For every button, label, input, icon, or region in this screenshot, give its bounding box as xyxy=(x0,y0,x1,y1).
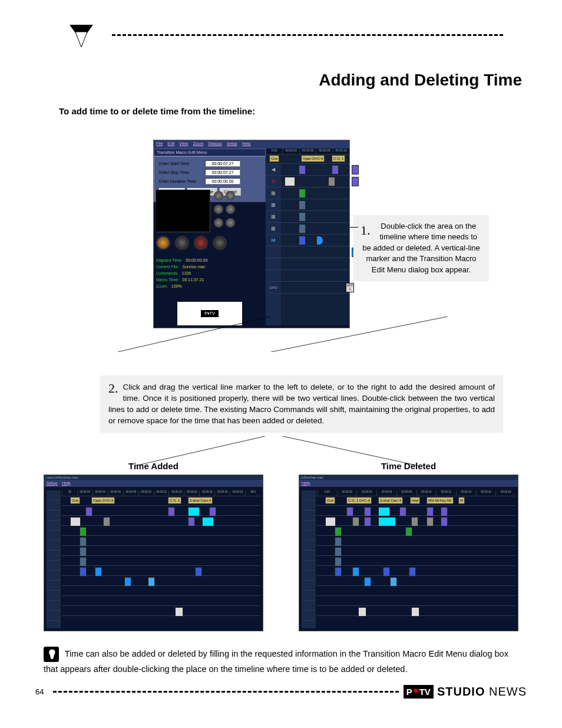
timeline-area[interactable]: 0:02 00:03:04 00:00:06 00:00:08 00:00:10… xyxy=(266,149,349,325)
menu-zoom[interactable]: Zoom xyxy=(193,141,203,147)
tag-shot[interactable]: 2-shot Cam 4 xyxy=(188,497,213,504)
ruler-tick: 00:00:20 xyxy=(214,490,230,496)
app-menubar: File Edit View Zoom Dialogs Setup Help xyxy=(154,140,349,149)
triangle-down-icon xyxy=(413,689,419,694)
start-time-input[interactable] xyxy=(205,160,240,167)
ruler-tick: 0:00 xyxy=(317,490,337,496)
stat-label: Commands: xyxy=(156,271,178,275)
knob-cluster xyxy=(213,190,263,232)
tag-intel[interactable]: Intel xyxy=(410,497,420,504)
ruler-tick: 00:03:04 xyxy=(282,149,299,154)
brand-box: P TV xyxy=(404,685,434,699)
menu-view[interactable]: View xyxy=(179,141,188,147)
ruler-tick: 00:00:18 xyxy=(495,490,515,496)
ruler-tick: 0:02 xyxy=(266,149,282,154)
macro-editor-screenshot: File Edit View Zoom Dialogs Setup Help 0… xyxy=(153,140,350,328)
ruler-tick: 00:00:04 xyxy=(92,490,108,496)
leader-lines xyxy=(118,436,436,466)
page-title: Adding and Deleting Time xyxy=(35,71,522,90)
ruler-tick: 00:00:12 xyxy=(436,490,456,496)
tag-cg[interactable]: C.G. 1 xyxy=(332,155,345,162)
knob-icon[interactable] xyxy=(226,218,235,228)
file-path: macros\Sunrise.mac xyxy=(44,475,263,480)
knob-icon[interactable] xyxy=(226,205,235,214)
tag-row: Cue Open DVC-9 C.G. 1 xyxy=(266,154,349,164)
tip-text: Time can also be added or deleted by fil… xyxy=(44,649,508,674)
ruler-tick: 00:0 xyxy=(245,490,260,496)
stat-label: Current File: xyxy=(156,265,179,269)
brand-studio: STUDIO xyxy=(437,685,485,698)
menu-setup[interactable]: Setup xyxy=(227,141,237,147)
ruler-tick: 00:00:02 xyxy=(337,490,357,496)
brand-p: P xyxy=(406,687,412,697)
knob-icon[interactable] xyxy=(214,191,223,200)
stop-time-input[interactable] xyxy=(205,169,240,176)
ruler-tick: 00:00:22 xyxy=(230,490,245,496)
leader-line xyxy=(350,227,358,228)
stat-label: Macro Time: xyxy=(156,278,179,282)
duration-time-label: Enter Duration Time: xyxy=(159,179,205,183)
ruler-tick: 00:00:08 xyxy=(123,490,138,496)
leader-line xyxy=(118,317,271,352)
ruler-tick: 00:00:18 xyxy=(199,490,214,496)
menu-help[interactable]: Help xyxy=(242,141,250,147)
brand-text: STUDIO NEWS xyxy=(437,685,527,699)
timeline-ruler: 0:02 00:03:04 00:00:06 00:00:08 00:00:10 xyxy=(266,149,349,154)
header-dashes xyxy=(112,34,503,36)
ruler-tick: 00:00:14 xyxy=(456,490,476,496)
preview-monitor xyxy=(156,190,210,232)
ruler-tick: 00 xyxy=(62,490,77,496)
tag-cue[interactable]: Cue xyxy=(70,497,80,504)
jog-wheel-icon[interactable] xyxy=(156,236,170,250)
knob-icon[interactable] xyxy=(226,191,235,200)
stat-label: Elapsed Time: xyxy=(156,258,182,262)
ruler-tick: 00:00:08 xyxy=(396,490,416,496)
jog-wheel-icon[interactable] xyxy=(175,236,189,250)
ruler-tick: 00:00:10 xyxy=(416,490,437,496)
knob-icon[interactable] xyxy=(214,218,223,228)
left-panel: Elapsed Time:00:00:00.00 Current File:Su… xyxy=(154,189,266,327)
menu-edit[interactable]: Edit xyxy=(167,141,174,147)
menu-setup[interactable]: Setup xyxy=(47,481,57,486)
stat-label: Zoom: xyxy=(156,284,168,288)
tag-cue[interactable]: Cue xyxy=(325,497,335,504)
tag-shot[interactable]: 2-shot Cam 4 xyxy=(378,497,403,504)
ruler-tick: 00:00:04 xyxy=(356,490,376,496)
menu-dialogs[interactable]: Dialogs xyxy=(208,141,222,147)
jog-wheel-icon[interactable] xyxy=(213,236,227,250)
track-labels-col: ◀G▦▦▦▦ MGPO xyxy=(266,164,281,325)
tag-cue[interactable]: Cue xyxy=(269,155,279,162)
stop-time-label: Enter Stop Time: xyxy=(159,170,205,174)
ruler-tick: 00:00:02 xyxy=(77,490,92,496)
stat-value: 100% xyxy=(171,284,182,288)
step-number: 2. xyxy=(108,379,118,397)
page-number: 64 xyxy=(35,687,44,696)
menu-help[interactable]: Help xyxy=(62,481,70,486)
tag-open[interactable]: Open DVC-9 xyxy=(91,497,115,504)
screenshot-time-added: macros\Sunrise.mac Setup Help 0000:00:02… xyxy=(44,475,263,631)
ruler-tick: 00:00:08 xyxy=(316,149,332,154)
step2-text: Click and drag the vertical line marker … xyxy=(108,383,495,425)
step1-callout: 1. Double-click the area on the timeline… xyxy=(353,215,489,281)
tag-m[interactable]: M xyxy=(458,497,465,504)
menu-file[interactable]: File xyxy=(156,141,163,147)
step-number: 1. xyxy=(361,221,371,239)
svg-marker-1 xyxy=(75,32,87,47)
lightbulb-icon xyxy=(44,647,59,662)
jog-wheel-icon[interactable] xyxy=(194,236,208,250)
knob-icon[interactable] xyxy=(214,205,223,214)
stat-value: 00:00:00.00 xyxy=(186,258,207,262)
tag-open[interactable]: Open DVC-9 xyxy=(301,155,325,162)
step1-text: Double-click the area on the timeline wh… xyxy=(362,222,480,274)
ruler-tick: 00:00:06 xyxy=(376,490,396,496)
leader-line xyxy=(271,317,448,352)
ruler-tick: 00:00:16 xyxy=(476,490,496,496)
tag-cg[interactable]: C.G. 1 xyxy=(168,497,181,504)
tag-wiz[interactable]: Wiz Mi-Key Mi- xyxy=(427,497,454,504)
ruler-tick: 00:00:10 xyxy=(333,149,349,154)
file-path: s\Sunrise.mac xyxy=(299,475,518,480)
duration-time-input[interactable] xyxy=(205,178,240,185)
tag-cg[interactable]: C.G. 1 DVC-9 xyxy=(346,497,372,504)
menu-help[interactable]: Help xyxy=(302,481,310,486)
stats-panel: Elapsed Time:00:00:00.00 Current File:Su… xyxy=(156,257,207,289)
